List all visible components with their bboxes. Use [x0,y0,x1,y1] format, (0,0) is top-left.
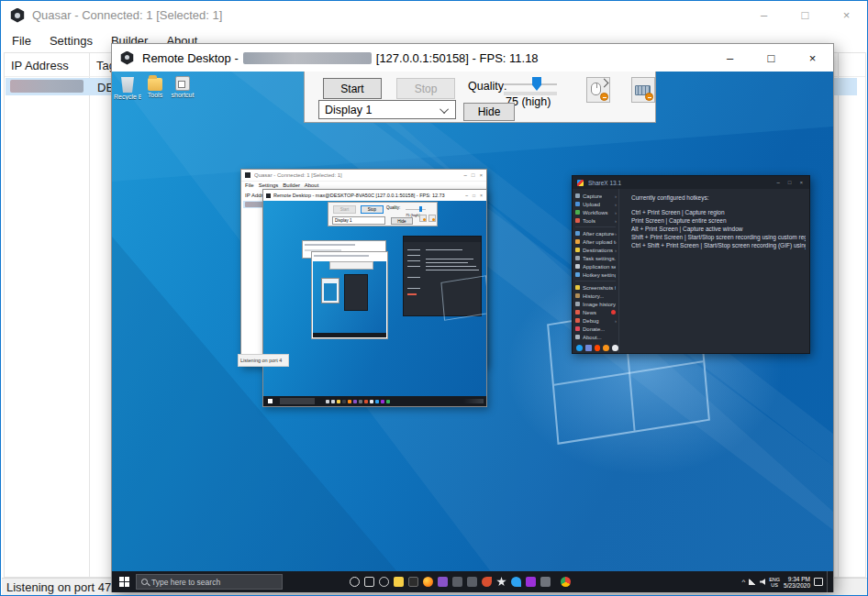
app-red-icon[interactable] [482,577,492,587]
quasar-app-icon [245,172,250,178]
mouse-input-toggle[interactable] [586,77,610,103]
app-purple-icon[interactable] [526,577,536,587]
sidebar-item-after-capture-tasks[interactable]: After capture tasks› [573,229,618,237]
column-ip-address[interactable]: IP Address [11,59,69,72]
firefox-icon[interactable] [423,577,433,587]
shortcut-icon [175,76,190,91]
app-blue-icon[interactable] [511,577,521,587]
app-gray-icon[interactable] [540,577,551,587]
sidebar-item-hotkey-settings[interactable]: Hotkey settings... [573,270,618,279]
folder-icon [148,78,162,91]
nested-stop-button: Stop [361,205,384,214]
sidebar-item-donate[interactable]: Donate... [573,325,618,333]
sidebar-item-debug[interactable]: Debug› [573,316,618,325]
hotkey-line: Print Screen | Capture entire screen [631,216,806,225]
sidebar-item-news[interactable]: News [573,308,618,316]
menu-file[interactable]: File [3,30,40,51]
app-star-icon[interactable] [496,577,506,587]
nested-level3-remote-desktop [311,251,388,339]
cortana-icon[interactable] [350,577,360,587]
remote-taskbar[interactable]: Type here to search [112,571,833,592]
sharex-app-icon [577,180,584,186]
recycle-bin-icon [118,74,137,93]
bitcoin-icon[interactable] [603,345,609,351]
sidebar-item-capture[interactable]: Capture› [573,192,618,200]
menu-settings[interactable]: Settings [40,30,102,51]
sidebar-item-about[interactable]: About... [573,333,618,341]
hotkeys-heading: Currently configured hotkeys: [631,194,806,201]
volume-icon[interactable] [760,579,765,585]
quality-slider-thumb[interactable] [532,77,541,91]
sidebar-item-screenshots-folder[interactable]: Screenshots folder... [573,283,618,292]
sidebar-item-tools[interactable]: Tools› [573,216,618,225]
screen: Quasar - Connected: 1 [Selected: 1] – □ … [0,0,868,596]
twitter-icon[interactable] [576,345,583,351]
close-button[interactable]: × [826,1,867,29]
minimize-button[interactable]: – [709,44,751,72]
sharex-titlebar: ShareX 13.1 –□× [573,176,809,189]
start-button-windows[interactable] [119,577,129,587]
sidebar-item-image-history[interactable]: Image history... [573,300,618,308]
nested-taskbar [263,396,486,406]
keyboard-input-toggle[interactable] [631,77,655,103]
remote-screen-view[interactable]: Recycle Bin Tools shortcut Quasar - Conn… [112,72,833,592]
hotkey-line: Alt + Print Screen | Capture active wind… [631,225,806,233]
sidebar-item-after-upload-tasks[interactable]: After upload tasks› [573,237,618,246]
sidebar-item-workflows[interactable]: Workflows› [573,208,618,216]
nested-start-icon [268,399,273,403]
language-indicator[interactable]: ENG US [769,577,780,588]
nested-rd-title: Remote Desktop - max@DESKTOP-8VA50C [127… [273,193,445,198]
nested-status-bar: Listening on port 4 [238,354,289,367]
remote-desktop-titlebar: Remote Desktop - [127.0.0.1:50158] - FPS… [112,44,833,72]
chevron-down-icon [440,105,449,114]
show-desktop-button[interactable] [827,571,829,592]
start-button[interactable]: Start [323,78,382,99]
file-explorer-icon[interactable] [394,577,404,587]
sidebar-item-task-settings[interactable]: Task settings... [573,254,618,262]
hotkey-line: Shift + Print Screen | Start/Stop screen… [631,233,806,241]
reddit-icon[interactable] [595,345,601,351]
sidebar-item-upload[interactable]: Upload› [573,200,618,208]
discord-icon[interactable] [585,345,592,351]
nested-slider-thumb [419,206,422,212]
quasar-titlebar: Quasar - Connected: 1 [Selected: 1] – □ … [1,1,867,29]
minimize-button[interactable]: – [743,1,785,29]
desktop-icon-shortcut[interactable]: shortcut [169,74,196,98]
notification-icon[interactable] [814,578,823,586]
client-name-redacted [243,52,372,64]
sidebar-item-destinations[interactable]: Destinations› [573,246,618,254]
disabled-badge [645,93,653,101]
sidebar-item-application-settings[interactable]: Application settings... [573,262,618,270]
nested-rd-titlebar: Remote Desktop - max@DESKTOP-8VA50C [127… [263,190,486,201]
sidebar-item-history[interactable]: History... [573,292,618,300]
tray-expand-icon[interactable]: ^ [741,578,745,586]
system-tray[interactable]: ^ ENG US 9:34 PM 5/23/2020 [741,571,829,592]
sharex-social-links [576,345,618,351]
maximize-button[interactable]: □ [785,1,826,29]
hotkey-line: Ctrl + Print Screen | Capture region [631,208,806,216]
vscode-icon[interactable] [438,577,448,587]
quality-slider[interactable] [504,83,557,85]
hide-button[interactable]: Hide [463,103,515,121]
chrome-icon[interactable] [561,577,571,587]
nested-hide-button: Hide [391,217,413,225]
terminal-icon[interactable] [408,577,418,587]
network-icon[interactable] [749,579,756,585]
app-icon[interactable] [452,577,462,587]
taskbar-search[interactable]: Type here to search [136,574,283,590]
close-button[interactable]: × [792,44,833,72]
task-view-icon[interactable] [364,577,374,587]
desktop-icon-tools[interactable]: Tools [141,74,169,98]
settings-icon[interactable] [379,577,389,587]
desktop-icon-recycle-bin[interactable]: Recycle Bin [114,74,141,100]
nested-quasar-menu: File Settings Builder About [245,182,318,188]
news-badge [611,310,616,315]
clock[interactable]: 9:34 PM 5/23/2020 [784,576,810,589]
sharex-sidebar: Capture› Upload› Workflows› Tools› After… [573,189,619,353]
github-icon[interactable] [612,345,618,351]
maximize-button[interactable]: □ [751,44,792,72]
app-icon[interactable] [467,577,477,587]
quasar-app-icon [266,193,271,198]
display-select[interactable]: Display 1 [318,100,456,119]
nested-remote-screen: Start Stop Quality: 75 (high) Display 1 … [263,201,486,406]
